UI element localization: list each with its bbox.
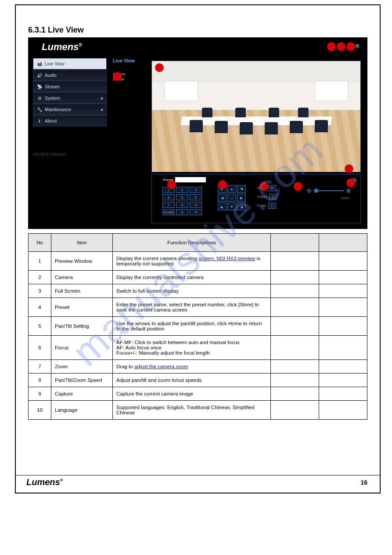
table-row: 4PresetEnter the preset name, select the… xyxy=(29,298,367,317)
ptz-left[interactable]: ◀ xyxy=(218,194,227,202)
callout-4 xyxy=(167,180,176,189)
table-row: 8Pan/Tilt/Zoom SpeedAdjust pan/tilt and … xyxy=(29,374,367,387)
table-row: 10LanguageSupported languages: English, … xyxy=(29,401,367,420)
af-button[interactable]: AF xyxy=(268,185,276,191)
nav-live-view-icon: 📹 xyxy=(37,62,42,66)
callout-3 xyxy=(345,164,353,173)
footer-logo: Lumens® xyxy=(26,477,63,487)
nav-audio[interactable]: 🔊Audio xyxy=(33,69,107,81)
key-2[interactable]: 2 xyxy=(176,187,188,193)
table-row: 7ZoomDrag to adjust the camera zoom xyxy=(29,360,367,374)
nav-about[interactable]: ℹAbout xyxy=(33,115,107,127)
description-table: NoItemFunction Descriptions 1Preview Win… xyxy=(28,233,367,420)
nav-live-view[interactable]: 📹Live View xyxy=(33,58,107,69)
ptz-home[interactable]: ⌂ xyxy=(227,194,236,202)
page-frame: manualshive.com 6.3.1 Live View Lumens® … xyxy=(15,4,381,493)
callout-12 xyxy=(346,42,355,51)
nav-maintenance[interactable]: 🔧Maintenance◀ xyxy=(33,104,107,115)
content-title: Live View xyxy=(113,58,135,63)
table-row: 1Preview WindowDisplay the current camer… xyxy=(29,252,367,271)
ptz-up-right[interactable]: ◥ xyxy=(237,185,246,193)
zoom-in-icon[interactable]: ⊕ xyxy=(346,188,351,194)
section-heading: 6.3.1 Live View xyxy=(28,25,380,35)
focus-minus-button[interactable]: [ ] xyxy=(268,203,276,209)
nav-stream[interactable]: 📡Stream xyxy=(33,81,107,92)
preview-window[interactable]: ⛶ xyxy=(151,61,361,172)
key-6[interactable]: 6 xyxy=(190,194,202,200)
ptz-right[interactable]: ▶ xyxy=(237,194,246,202)
zoom-label: Zoom xyxy=(341,196,349,200)
preset-input[interactable] xyxy=(175,177,206,182)
callout-11 xyxy=(337,42,345,51)
focus-plus-button[interactable]: [ ] xyxy=(269,194,277,200)
hevc-badge: H5 HEVCAdvance xyxy=(33,152,65,156)
nav-about-icon: ℹ xyxy=(37,119,42,123)
sidebar: 📹Live View🔊Audio📡Stream⚙System◀🔧Maintena… xyxy=(33,58,107,127)
key-8[interactable]: 8 xyxy=(176,202,188,208)
nav-system[interactable]: ⚙System◀ xyxy=(33,92,107,104)
key-9[interactable]: 9 xyxy=(190,202,202,208)
table-row: 5Pan/Tilt SettingUse the arrows to adjus… xyxy=(29,317,367,336)
nav-maintenance-icon: 🔧 xyxy=(37,107,42,112)
callout-8 xyxy=(346,178,355,187)
ptz-down[interactable]: ▼ xyxy=(227,203,236,210)
key-5[interactable]: 5 xyxy=(176,194,188,200)
page-footer: Lumens® 16 xyxy=(16,475,380,487)
key-7[interactable]: 7 xyxy=(162,202,175,208)
table-row: 6FocusAF-MF: Click to switch between aut… xyxy=(29,336,367,360)
nav-stream-icon: 📡 xyxy=(37,84,42,89)
callout-6 xyxy=(259,182,268,191)
preset-keypad: 123456789STORE0↺ xyxy=(162,187,202,215)
ptz-down-left[interactable]: ◣ xyxy=(218,203,227,210)
table-row: 9CaptureCapture the current camera image xyxy=(29,387,367,401)
table-row: 2CameraDisplay the currently controlled … xyxy=(29,271,367,284)
key-0[interactable]: 0 xyxy=(176,209,188,215)
callout-10 xyxy=(327,42,336,51)
table-row: 3Full ScreenSwitch to full-screen displa… xyxy=(29,284,367,298)
key-3[interactable]: 3 xyxy=(190,187,202,193)
callout-5 xyxy=(218,180,227,189)
key-↺[interactable]: ↺ xyxy=(190,209,202,215)
zoom-out-icon[interactable]: ⊖ xyxy=(307,188,311,194)
link-text[interactable]: adjust the camera zoom xyxy=(134,364,188,369)
nav-audio-icon: 🔊 xyxy=(37,73,42,78)
control-panel: Preset 123456789STORE0↺ ◤ ▲ ◥ ◀ ⌂ ▶ ◣ ▼ … xyxy=(151,174,361,223)
ptz-up[interactable]: ▲ xyxy=(227,185,236,193)
nav-system-icon: ⚙ xyxy=(37,96,42,101)
app-logo: Lumens® xyxy=(42,41,82,53)
key-store[interactable]: STORE xyxy=(162,209,175,215)
preset-row: Preset xyxy=(163,177,356,182)
logout-icon[interactable]: ⎋ xyxy=(356,42,359,49)
callout-7 xyxy=(294,182,302,191)
ptz-down-right[interactable]: ◢ xyxy=(237,203,246,210)
link-text[interactable]: screen, NDI HX3 preview xyxy=(198,256,255,261)
callout-1 xyxy=(155,63,164,72)
key-4[interactable]: 4 xyxy=(162,194,175,200)
page-number: 16 xyxy=(360,479,367,486)
callout-2 xyxy=(113,72,122,81)
app-screenshot: Lumens® EN ⏻ ⎋ 📹Live View🔊Audio📡Stream⚙S… xyxy=(28,37,367,229)
zoom-slider[interactable]: ⊖ ⊕ xyxy=(307,188,351,194)
